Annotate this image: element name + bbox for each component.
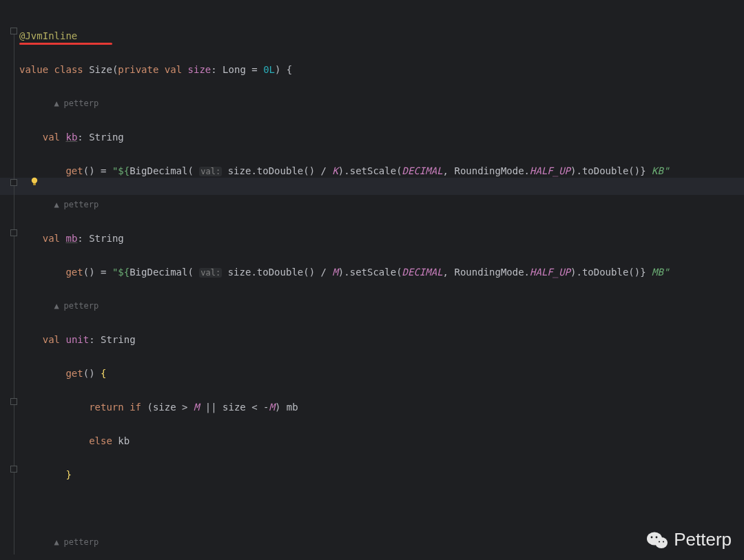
svg-rect-1 xyxy=(33,183,36,185)
fold-handle-icon[interactable] xyxy=(10,28,17,34)
svg-point-6 xyxy=(659,541,660,542)
watermark: Petterp xyxy=(646,529,732,550)
prop-kb: kb xyxy=(65,132,77,143)
fold-handle-icon[interactable] xyxy=(10,466,17,473)
class-name: Size xyxy=(89,64,112,75)
prop-mb: mb xyxy=(65,233,77,244)
author-icon: ▲ xyxy=(54,95,62,112)
author-icon: ▲ xyxy=(54,534,62,551)
svg-point-0 xyxy=(32,178,37,183)
gutter-fold-bar[interactable] xyxy=(10,0,19,560)
kw-class: class xyxy=(54,64,83,75)
watermark-text: Petterp xyxy=(674,529,732,550)
kw-value: value xyxy=(19,64,48,75)
fold-handle-icon[interactable] xyxy=(10,398,17,405)
code-text: @JvmInline value class Size(private val … xyxy=(19,10,744,560)
author-hint[interactable]: petterp xyxy=(64,98,99,108)
red-underline-mark xyxy=(19,43,112,45)
prop-unit: unit xyxy=(65,334,89,345)
svg-point-7 xyxy=(663,541,664,542)
fold-handle-icon[interactable] xyxy=(10,229,17,236)
svg-point-5 xyxy=(656,536,658,538)
fold-handle-icon[interactable] xyxy=(10,179,17,186)
author-icon: ▲ xyxy=(54,298,62,315)
svg-point-4 xyxy=(651,536,653,538)
wechat-icon xyxy=(646,530,668,550)
author-icon: ▲ xyxy=(54,196,62,214)
intention-bulb-icon[interactable] xyxy=(29,176,40,187)
param-hint: val: xyxy=(199,167,222,176)
annotation: @JvmInline xyxy=(19,30,77,41)
code-editor[interactable]: @JvmInline value class Size(private val … xyxy=(0,0,744,560)
svg-point-3 xyxy=(655,537,668,548)
